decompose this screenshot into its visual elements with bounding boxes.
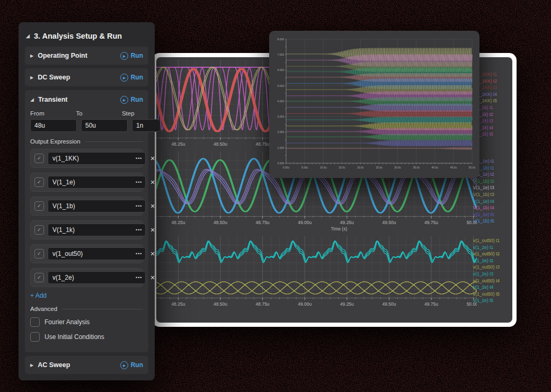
expression-checkbox[interactable]: ✓ (34, 154, 44, 163)
expression-remove-button[interactable]: ✕ (149, 275, 155, 281)
transient-field-labels: From To Step (30, 110, 143, 117)
run-transient-button[interactable]: ▶ Run (120, 96, 143, 104)
expression-row: ✓•••✕ (30, 173, 143, 192)
expression-options-button[interactable]: ••• (136, 203, 142, 209)
expression-field: ••• (48, 152, 146, 165)
bottom-plot-canvas: 48.25u48.50u48.75u49.00u49.25u49.50u49.7… (156, 236, 477, 311)
expression-input[interactable] (51, 154, 136, 163)
svg-text:0.00u: 0.00u (283, 166, 290, 169)
section-label: DC Sweep (38, 74, 116, 81)
svg-text:5.00u: 5.00u (301, 166, 308, 169)
legend-entry: v(1_out50) t1 (473, 237, 512, 244)
svg-text:3.000: 3.000 (277, 115, 284, 118)
chevron-right-icon: ▶ (30, 75, 33, 80)
section-operating-point[interactable]: ▶ Operating Point ▶ Run (25, 47, 148, 65)
svg-text:6.000: 6.000 (277, 68, 284, 72)
legend-entry: V(1_1e) t5 (473, 211, 512, 218)
expression-checkbox[interactable]: ✓ (34, 201, 44, 211)
check-icon: ✓ (37, 275, 41, 280)
chevron-right-icon: ▶ (30, 363, 33, 368)
expression-remove-button[interactable]: ✕ (149, 203, 155, 209)
section-transient[interactable]: ◢ Transient ▶ Run (30, 90, 143, 109)
legend-entry: V(1_1b) t3 (473, 191, 512, 198)
section-ac-sweep[interactable]: ▶ AC Sweep ▶ Run (25, 356, 148, 374)
svg-text:48.25u: 48.25u (171, 301, 185, 307)
section-transient-card: ◢ Transient ▶ Run From To Step Output Ex… (25, 90, 148, 352)
from-field[interactable] (30, 119, 77, 132)
to-field[interactable] (81, 119, 128, 132)
svg-text:49.75u: 49.75u (424, 301, 438, 307)
expression-remove-button[interactable]: ✕ (149, 227, 155, 233)
expression-input[interactable] (51, 178, 136, 186)
legend-entry: v(1_out50) t5 (473, 291, 512, 298)
panel-header[interactable]: ◢ 3. Analysis Setup & Run (25, 28, 148, 47)
legend-entry: v(1_2e) t2 (473, 257, 512, 264)
svg-text:49.00u: 49.00u (298, 220, 312, 225)
svg-text:15.0u: 15.0u (339, 166, 345, 169)
expression-input[interactable] (51, 202, 136, 210)
svg-text:40.0u: 40.0u (432, 166, 439, 169)
svg-text:2.000: 2.000 (277, 130, 284, 133)
expression-checkbox[interactable]: ✓ (34, 249, 44, 259)
output-expression-divider: Output Expression (30, 138, 143, 145)
expression-options-button[interactable]: ••• (136, 156, 142, 161)
expression-remove-button[interactable]: ✕ (149, 251, 155, 257)
svg-text:35.0u: 35.0u (413, 166, 420, 169)
section-label: AC Sweep (38, 361, 116, 369)
legend-entry: v(1_out50) t4 (473, 278, 512, 284)
legend-entry: v(1_2e) t3 (473, 271, 512, 278)
expression-options-button[interactable]: ••• (136, 227, 142, 233)
expression-options-button[interactable]: ••• (136, 275, 142, 280)
section-dc-sweep[interactable]: ▶ DC Sweep ▶ Run (25, 68, 148, 86)
legend-entry: V(1_1b) t2 (473, 178, 512, 185)
chevron-expanded-icon: ◢ (30, 97, 34, 102)
checkbox-unchecked (30, 317, 40, 327)
svg-text:7.000: 7.000 (277, 53, 284, 56)
svg-text:30.0u: 30.0u (394, 166, 401, 169)
expression-input[interactable] (51, 273, 136, 282)
expression-field: ••• (48, 224, 146, 236)
legend-bottom-plot: v(1_out50) t1v(1_2e) t1v(1_out50) t2v(1_… (473, 237, 512, 304)
expression-row: ✓•••✕ (30, 197, 143, 216)
add-expression-link[interactable]: + Add (30, 292, 143, 299)
expression-options-button[interactable]: ••• (136, 251, 142, 256)
expression-remove-button[interactable]: ✕ (149, 156, 155, 162)
svg-text:49.25u: 49.25u (340, 220, 354, 225)
svg-text:8.000: 8.000 (277, 38, 284, 41)
legend-entry: V(1_1e) t4 (473, 198, 512, 205)
expression-row: ✓•••✕ (30, 244, 143, 263)
svg-text:48.50u: 48.50u (214, 220, 227, 225)
svg-text:50.0u: 50.0u (469, 166, 476, 169)
expression-options-button[interactable]: ••• (136, 180, 142, 185)
svg-text:5.000: 5.000 (277, 84, 284, 87)
transient-field-inputs (30, 119, 143, 132)
svg-text:48.75u: 48.75u (256, 301, 270, 307)
expression-checkbox[interactable]: ✓ (34, 225, 44, 235)
expression-input[interactable] (51, 226, 136, 234)
svg-text:49.75u: 49.75u (424, 220, 438, 225)
svg-text:10.0u: 10.0u (320, 166, 327, 169)
svg-text:49.00u: 49.00u (298, 301, 312, 307)
expression-row: ✓•••✕ (30, 220, 143, 239)
expression-field: ••• (48, 271, 146, 284)
legend-entry: v(1_2e) t5 (473, 297, 512, 304)
run-operating-point-button[interactable]: ▶ Run (120, 52, 143, 60)
fourier-analysis-checkbox[interactable]: Fourier Analysis (30, 317, 143, 327)
chevron-expanded-icon: ◢ (26, 33, 30, 39)
step-field[interactable] (132, 119, 161, 132)
expression-remove-button[interactable]: ✕ (149, 180, 155, 185)
run-ac-sweep-button[interactable]: ▶ Run (120, 361, 143, 369)
play-icon: ▶ (120, 74, 128, 82)
svg-text:48.25u: 48.25u (171, 220, 185, 225)
panel-title-text: 3. Analysis Setup & Run (34, 32, 122, 40)
check-icon: ✓ (37, 251, 41, 256)
expression-field: ••• (48, 247, 146, 260)
run-dc-sweep-button[interactable]: ▶ Run (120, 74, 143, 82)
expression-checkbox[interactable]: ✓ (34, 273, 44, 282)
expression-checkbox[interactable]: ✓ (34, 177, 44, 187)
svg-text:1.000: 1.000 (277, 146, 284, 149)
expression-input[interactable] (51, 250, 136, 258)
check-icon: ✓ (37, 227, 41, 233)
use-initial-conditions-checkbox[interactable]: Use Initial Conditions (30, 332, 143, 342)
svg-text:25.0u: 25.0u (376, 166, 383, 169)
